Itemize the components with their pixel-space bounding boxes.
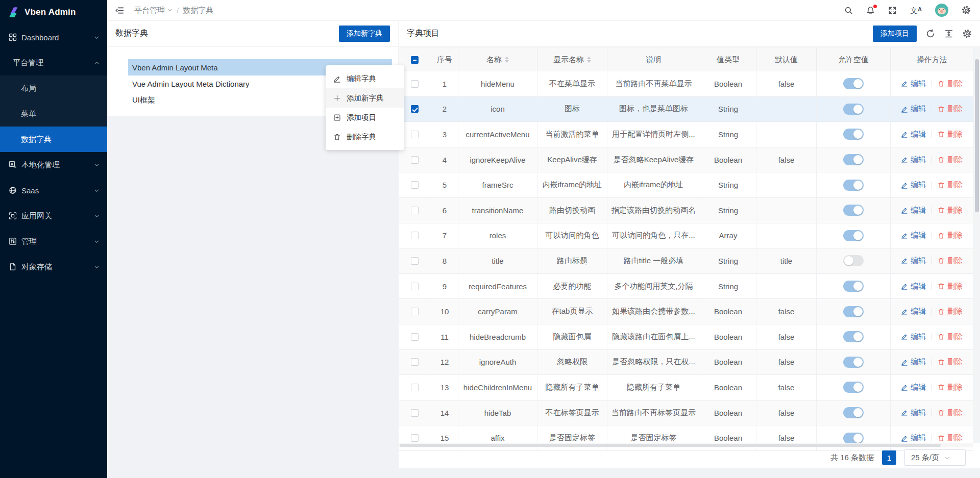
delete-button[interactable]: 删除 [938, 433, 963, 443]
sidebar-item-management[interactable]: 管理 [0, 229, 107, 254]
column-height-icon[interactable] [944, 29, 953, 38]
avatar[interactable] [935, 4, 948, 17]
sidebar-item-dashboard[interactable]: Dashboard [0, 24, 107, 50]
table-row[interactable]: 3currentActiveMenu当前激活的菜单用于配置详情页时左侧...St… [399, 122, 973, 147]
edit-button[interactable]: 编辑 [901, 180, 926, 190]
row-checkbox[interactable] [411, 409, 419, 417]
bell-icon[interactable] [866, 6, 875, 15]
breadcrumb-item-data-dictionary[interactable]: 数据字典 [183, 6, 213, 15]
allow-empty-toggle[interactable] [843, 357, 864, 368]
allow-empty-toggle[interactable] [843, 407, 864, 418]
allow-empty-toggle[interactable] [843, 205, 864, 216]
sidebar-item-object-storage[interactable]: 对象存储 [0, 254, 107, 280]
edit-button[interactable]: 编辑 [901, 357, 926, 367]
row-checkbox[interactable] [411, 181, 419, 189]
horizontal-scrollbar-thumb[interactable] [400, 444, 941, 447]
allow-empty-toggle[interactable] [843, 281, 864, 292]
delete-button[interactable]: 删除 [938, 307, 963, 316]
table-row[interactable]: 4ignoreKeepAliveKeepAlive缓存是否忽略KeepAlive… [399, 147, 973, 173]
select-all-checkbox[interactable] [411, 56, 419, 64]
add-dict-button[interactable]: 添加新字典 [339, 26, 390, 42]
table-row[interactable]: 10carryParam在tab页显示如果该路由会携带参数...Booleanf… [399, 299, 973, 324]
table-row[interactable]: 6transitionName路由切换动画指定该路由切换的动画名String编辑… [399, 198, 973, 223]
edit-button[interactable]: 编辑 [901, 332, 926, 342]
sidebar-item-localization[interactable]: 本地化管理 [0, 152, 107, 178]
search-icon[interactable] [844, 6, 853, 15]
horizontal-scrollbar[interactable] [399, 443, 973, 447]
delete-button[interactable]: 删除 [938, 383, 963, 392]
fullscreen-icon[interactable] [888, 6, 897, 15]
row-checkbox[interactable] [411, 232, 419, 239]
edit-button[interactable]: 编辑 [901, 206, 926, 215]
context-menu-item-add-item[interactable]: 添加项目 [326, 108, 404, 127]
edit-button[interactable]: 编辑 [901, 79, 926, 89]
allow-empty-toggle[interactable] [843, 382, 864, 393]
row-checkbox[interactable] [411, 384, 419, 391]
sidebar-item-saas[interactable]: Saas [0, 178, 107, 203]
header-cell-display[interactable]: 显示名称 [537, 47, 607, 72]
edit-button[interactable]: 编辑 [901, 256, 926, 266]
allow-empty-toggle[interactable] [843, 104, 864, 115]
table-row[interactable]: 11hideBreadcrumb隐藏面包屑隐藏该路由在面包屑上...Boolea… [399, 324, 973, 350]
context-menu-item-add-new-dict[interactable]: 添加新字典 [326, 88, 404, 108]
delete-button[interactable]: 删除 [938, 104, 963, 114]
table-row[interactable]: 14hideTab不在标签页显示当前路由不再标签页显示Booleanfalse编… [399, 400, 973, 426]
allow-empty-toggle[interactable] [843, 255, 864, 266]
delete-button[interactable]: 删除 [938, 155, 963, 165]
row-checkbox[interactable] [411, 358, 419, 366]
table-row[interactable]: 1hideMenu不在菜单显示当前路由不再菜单显示Booleanfalse编辑删… [399, 71, 973, 97]
page-button[interactable]: 1 [882, 450, 896, 465]
row-checkbox[interactable] [411, 257, 419, 265]
delete-button[interactable]: 删除 [938, 256, 963, 266]
delete-button[interactable]: 删除 [938, 206, 963, 215]
sort-caret-icon[interactable] [587, 57, 591, 63]
sidebar-item-app-gateway[interactable]: 应用网关 [0, 203, 107, 229]
table-row[interactable]: 7roles可以访问的角色可以访问的角色，只在...Array编辑删除 [399, 223, 973, 249]
row-checkbox[interactable] [411, 333, 419, 341]
settings-icon[interactable] [963, 29, 972, 38]
table-row[interactable]: 8title路由标题路由title 一般必填Stringtitle编辑删除 [399, 248, 973, 274]
edit-button[interactable]: 编辑 [901, 130, 926, 139]
allow-empty-toggle[interactable] [843, 331, 864, 342]
table-row[interactable]: 9requiredFeatures必要的功能多个功能间用英文,分隔String编… [399, 274, 973, 299]
vertical-scrollbar[interactable] [973, 47, 980, 443]
edit-button[interactable]: 编辑 [901, 433, 926, 443]
row-checkbox[interactable] [411, 434, 419, 442]
sidebar-item-menu[interactable]: 菜单 [0, 101, 107, 127]
table-row[interactable]: 12ignoreAuth忽略权限是否忽略权限，只在权...Booleanfals… [399, 350, 973, 375]
edit-button[interactable]: 编辑 [901, 282, 926, 291]
table-row[interactable]: 5frameSrc内嵌iframe的地址内嵌iframe的地址String编辑删… [399, 172, 973, 198]
refresh-icon[interactable] [926, 29, 935, 38]
table-row[interactable]: 2icon图标图标，也是菜单图标String编辑删除 [399, 97, 973, 122]
edit-button[interactable]: 编辑 [901, 231, 926, 240]
edit-button[interactable]: 编辑 [901, 104, 926, 114]
row-checkbox[interactable] [411, 105, 419, 113]
page-size-select[interactable]: 25 条/页 [904, 449, 966, 466]
settings-icon[interactable] [962, 6, 971, 15]
sidebar-item-platform-management[interactable]: 平台管理 [0, 50, 107, 76]
edit-button[interactable]: 编辑 [901, 307, 926, 316]
table-row[interactable]: 13hideChildrenInMenu隐藏所有子菜单隐藏所有子菜单Boolea… [399, 375, 973, 400]
breadcrumb-item-platform[interactable]: 平台管理 [134, 6, 173, 15]
allow-empty-toggle[interactable] [843, 230, 864, 241]
delete-button[interactable]: 删除 [938, 231, 963, 240]
delete-button[interactable]: 删除 [938, 180, 963, 190]
allow-empty-toggle[interactable] [843, 180, 864, 191]
translate-icon[interactable]: 文A [910, 7, 922, 14]
context-menu-item-edit-dict[interactable]: 编辑字典 [326, 69, 404, 88]
delete-button[interactable]: 删除 [938, 130, 963, 139]
row-checkbox[interactable] [411, 207, 419, 214]
edit-button[interactable]: 编辑 [901, 408, 926, 418]
sort-caret-icon[interactable] [505, 57, 509, 63]
vertical-scrollbar-thumb[interactable] [975, 59, 979, 212]
menu-fold-icon[interactable] [115, 6, 124, 15]
edit-button[interactable]: 编辑 [901, 383, 926, 392]
delete-button[interactable]: 删除 [938, 79, 963, 89]
row-checkbox[interactable] [411, 156, 419, 164]
allow-empty-toggle[interactable] [843, 154, 864, 165]
row-checkbox[interactable] [411, 283, 419, 290]
allow-empty-toggle[interactable] [843, 306, 864, 317]
delete-button[interactable]: 删除 [938, 332, 963, 342]
sidebar-item-layout[interactable]: 布局 [0, 76, 107, 101]
row-checkbox[interactable] [411, 308, 419, 315]
